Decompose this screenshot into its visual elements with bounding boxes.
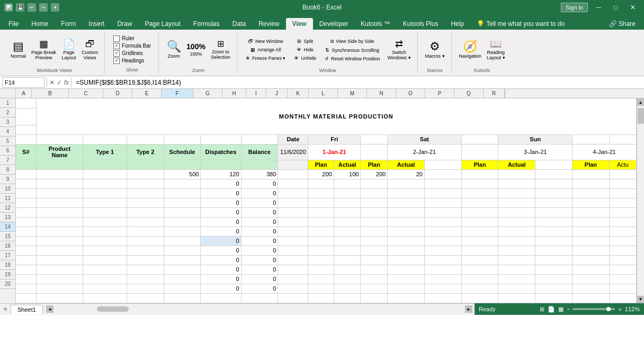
cell-m7[interactable] <box>424 169 461 179</box>
cell-g8[interactable]: 0 <box>241 179 278 188</box>
cell-k7[interactable]: 200 <box>361 169 388 179</box>
col-header-c[interactable]: C <box>69 89 103 98</box>
cell-m6[interactable] <box>424 160 461 169</box>
cell-a1[interactable] <box>16 98 36 108</box>
grid-view-icon[interactable]: ⊞ <box>540 306 544 313</box>
col-header-m[interactable]: M <box>338 89 367 98</box>
col-header-l[interactable]: L <box>309 89 338 98</box>
cell-l6[interactable]: Actual <box>388 160 425 169</box>
arrange-all-button[interactable]: ▦Arrange All <box>243 46 289 53</box>
cell-j6[interactable]: Actual <box>334 160 361 169</box>
cell-o7[interactable] <box>498 169 535 179</box>
cell-a6[interactable] <box>16 160 36 169</box>
cell-c6[interactable] <box>83 160 127 169</box>
cell-f8[interactable]: 0 <box>201 179 241 188</box>
scroll-left-button[interactable]: ◄ <box>46 305 53 313</box>
cell-r6[interactable]: Actu <box>609 160 636 169</box>
row-num-7[interactable]: 7 <box>0 156 15 165</box>
row-num-5[interactable]: 5 <box>0 137 15 146</box>
headings-checkbox[interactable]: Headings <box>113 58 151 64</box>
tab-file[interactable]: File <box>2 18 25 30</box>
cell-h5[interactable]: 11/6/2020 <box>278 144 308 160</box>
col-header-g[interactable]: G <box>193 89 222 98</box>
row-num-12[interactable]: 12 <box>0 203 15 213</box>
customize-icon[interactable]: ▾ <box>51 3 59 12</box>
cell-b7[interactable] <box>36 169 83 179</box>
cell-g5[interactable]: Balance <box>241 144 278 160</box>
scroll-right-button[interactable]: ► <box>465 305 472 313</box>
cell-b1[interactable]: MONTHLY MATERIAL PRODUCTION <box>36 98 636 134</box>
cell-i4[interactable]: Fri <box>308 134 361 144</box>
cell-f5[interactable]: Dispatches <box>201 144 241 160</box>
cell-q7[interactable] <box>573 169 610 179</box>
tab-kutools-plus[interactable]: Kutools Plus <box>397 18 445 30</box>
tab-tell-me[interactable]: 💡 Tell me what you want to do <box>470 18 571 30</box>
tab-review[interactable]: Review <box>252 18 285 30</box>
reading-layout-button[interactable]: 📖 ReadingLayout ▾ <box>485 33 507 67</box>
cell-i5[interactable]: 1-Jan-21 <box>308 144 361 160</box>
freeze-panes-button[interactable]: ❄Freeze Panes ▾ <box>243 55 289 62</box>
zoom-slider[interactable] <box>573 308 615 310</box>
row-num-2[interactable]: 2 <box>0 108 15 117</box>
cell-e5[interactable]: Schedule <box>164 144 201 160</box>
cell-h4[interactable]: Date <box>278 134 308 144</box>
page-break-view-icon[interactable]: ▦ <box>558 306 564 313</box>
navigation-button[interactable]: 🧭 Navigation <box>457 33 484 67</box>
close-button[interactable]: ✕ <box>626 4 640 11</box>
cell-r4[interactable] <box>609 134 636 144</box>
zoom-plus-icon[interactable]: ＋ <box>617 305 623 313</box>
row-num-13[interactable]: 13 <box>0 213 15 222</box>
tab-form[interactable]: Form <box>55 18 82 30</box>
maximize-button[interactable]: □ <box>610 4 622 11</box>
row-num-20[interactable]: 20 <box>0 279 15 289</box>
new-window-button[interactable]: 🗗New Window <box>243 38 289 45</box>
cell-l4[interactable]: Sat <box>388 134 462 144</box>
formula-bar-checkbox[interactable]: Formula Bar <box>113 43 151 49</box>
tab-kutools[interactable]: Kutools ™ <box>354 18 396 30</box>
normal-button[interactable]: ▤ Normal <box>8 33 28 67</box>
save-icon[interactable]: 💾 <box>16 3 24 12</box>
cell-j7[interactable]: 100 <box>334 169 361 179</box>
h-scroll-area[interactable]: ◄ ► <box>44 305 475 313</box>
cell-d5[interactable]: Type 2 <box>127 144 164 160</box>
tab-developer[interactable]: Developer <box>313 18 355 30</box>
sign-in-button[interactable]: Sign in <box>561 3 588 12</box>
switch-windows-button[interactable]: ⇄ SwitchWindows ▾ <box>386 33 413 67</box>
cell-b6[interactable] <box>36 160 83 169</box>
name-box[interactable] <box>2 77 44 88</box>
ruler-checkbox[interactable]: Ruler <box>113 35 151 42</box>
scroll-down-button[interactable]: ▼ <box>637 296 645 303</box>
cell-a2[interactable] <box>16 108 36 125</box>
cell-d7[interactable] <box>127 169 164 179</box>
tab-formulas[interactable]: Formulas <box>187 18 226 30</box>
row-num-9[interactable]: 9 <box>0 175 15 184</box>
row-num-8[interactable]: 8 <box>0 165 15 175</box>
col-header-o[interactable]: O <box>396 89 425 98</box>
row-num-18[interactable]: 18 <box>0 260 15 270</box>
custom-views-button[interactable]: 🗗 CustomViews <box>79 33 100 67</box>
unhide-button[interactable]: 👁Unhide <box>291 55 319 62</box>
cell-q5[interactable]: 4-Jan-21 <box>573 144 637 160</box>
row-num-11[interactable]: 11 <box>0 194 15 203</box>
col-header-p[interactable]: P <box>425 89 454 98</box>
col-header-a[interactable]: A <box>16 89 32 98</box>
col-header-d[interactable]: D <box>103 89 132 98</box>
tab-share[interactable]: 🔗 Share <box>603 18 642 30</box>
cell-c4[interactable] <box>83 134 127 144</box>
cell-n6[interactable]: Plan <box>461 160 498 169</box>
row-num-19[interactable]: 19 <box>0 270 15 279</box>
col-header-f[interactable]: F <box>162 89 193 98</box>
col-header-i[interactable]: I <box>246 89 266 98</box>
cell-e6[interactable] <box>164 160 201 169</box>
horizontal-scrollbar[interactable]: ◄ ► <box>44 305 475 313</box>
redo-icon[interactable]: ↪ <box>39 3 48 12</box>
cell-o6[interactable]: Actual <box>498 160 535 169</box>
cancel-icon[interactable]: ✕ <box>49 79 55 86</box>
cell-o4[interactable]: Sun <box>498 134 573 144</box>
minimize-button[interactable]: ─ <box>592 4 605 11</box>
col-header-h[interactable]: H <box>222 89 246 98</box>
scroll-track-v[interactable] <box>637 106 644 296</box>
row-num-14[interactable]: 14 <box>0 222 15 232</box>
cell-a3[interactable] <box>16 125 36 134</box>
tab-insert[interactable]: Insert <box>82 18 111 30</box>
